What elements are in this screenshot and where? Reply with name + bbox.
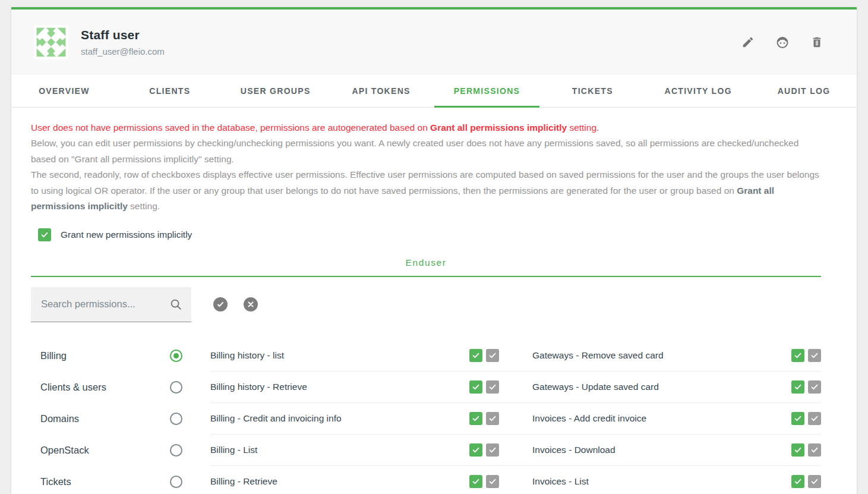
check-all-button[interactable] <box>213 297 228 311</box>
enduser-section-divider <box>31 276 821 277</box>
permissions-toolbar <box>31 287 821 322</box>
radio-icon[interactable] <box>170 413 182 425</box>
category-openstack[interactable]: OpenStack <box>31 435 192 466</box>
effective-permission-checkbox <box>808 475 821 488</box>
permission-cell: Billing history - Retrieve <box>210 380 499 394</box>
category-billing[interactable]: Billing <box>31 340 192 372</box>
face-icon <box>775 35 790 49</box>
permission-cell: Gateways - Remove saved card <box>532 349 821 362</box>
user-header: Staff user staff_user@fleio.com <box>11 10 857 74</box>
check-icon <box>794 351 802 360</box>
permissions-panel: User does not have permissions saved in … <box>11 120 857 494</box>
saved-permission-checkbox[interactable] <box>469 475 482 488</box>
delete-user-button[interactable] <box>809 34 825 50</box>
check-icon <box>810 446 819 454</box>
check-icon <box>810 351 819 360</box>
effective-permission-checkbox <box>808 380 821 394</box>
page-title: Staff user <box>81 28 165 42</box>
search-permissions-box <box>31 287 191 322</box>
permission-cell: Invoices - Download <box>532 443 821 457</box>
check-icon <box>488 414 497 423</box>
effective-permission-checkbox <box>486 443 499 457</box>
saved-permission-checkbox[interactable] <box>469 349 482 362</box>
tab-overview[interactable]: OVERVIEW <box>11 74 117 108</box>
radio-icon[interactable] <box>170 381 182 394</box>
effective-permission-checkbox <box>486 475 499 488</box>
uncheck-all-button[interactable] <box>244 297 258 311</box>
saved-permission-checkbox[interactable] <box>791 475 804 488</box>
category-domains[interactable]: Domains <box>31 403 192 435</box>
permission-label: Invoices - List <box>532 476 791 487</box>
effective-permission-checkbox <box>486 349 499 362</box>
permissions-warning: User does not have permissions saved in … <box>31 120 821 136</box>
saved-permission-checkbox[interactable] <box>469 380 482 394</box>
permission-cell: Billing - Retrieve <box>210 475 499 488</box>
permission-rows: Billing history - list Gateways - Remove… <box>210 340 821 494</box>
permission-row: Billing - List Invoices - Download <box>210 435 821 466</box>
check-icon <box>794 446 802 454</box>
permission-label: Billing history - Retrieve <box>210 382 469 392</box>
radio-icon[interactable] <box>170 476 182 488</box>
saved-permission-checkbox[interactable] <box>791 349 804 362</box>
check-icon <box>488 383 497 391</box>
effective-permission-checkbox <box>486 412 499 425</box>
grant-implicitly-checkbox[interactable] <box>38 228 51 241</box>
category-list: Billing Clients & users Domains OpenStac… <box>31 340 192 494</box>
check-icon <box>472 351 480 360</box>
impersonate-user-button[interactable] <box>774 34 791 51</box>
category-label: Billing <box>40 350 170 361</box>
category-label: Clients & users <box>40 382 170 393</box>
permission-cell: Invoices - Add credit invoice <box>532 412 821 425</box>
category-label: Tickets <box>40 476 170 487</box>
search-permissions-input[interactable] <box>41 298 169 310</box>
permission-cell: Billing history - list <box>210 349 499 362</box>
check-icon <box>794 383 802 391</box>
permissions-description-1: Below, you can edit user permissions by … <box>31 136 821 167</box>
close-circle-icon <box>247 301 254 308</box>
edit-user-button[interactable] <box>740 34 756 50</box>
radio-icon[interactable] <box>170 444 182 457</box>
saved-permission-checkbox[interactable] <box>791 443 804 457</box>
user-email: staff_user@fleio.com <box>81 46 165 56</box>
check-icon <box>488 446 497 454</box>
tab-api-tokens[interactable]: API TOKENS <box>329 74 434 108</box>
effective-permission-checkbox <box>808 443 821 457</box>
user-identity: Staff user staff_user@fleio.com <box>81 28 165 56</box>
check-icon <box>810 414 819 423</box>
tab-activity-log[interactable]: ACTIVITY LOG <box>645 74 751 108</box>
check-icon <box>810 477 819 486</box>
effective-permission-checkbox <box>808 412 821 425</box>
check-icon <box>472 477 480 486</box>
permission-label: Billing - List <box>210 445 469 455</box>
enduser-section-title: Enduser <box>31 257 821 268</box>
search-icon <box>169 298 182 311</box>
tab-clients[interactable]: CLIENTS <box>117 74 223 108</box>
saved-permission-checkbox[interactable] <box>791 412 804 425</box>
tab-tickets[interactable]: TICKETS <box>539 74 645 108</box>
category-clients-users[interactable]: Clients & users <box>31 372 192 403</box>
permission-label: Gateways - Remove saved card <box>532 350 791 361</box>
tab-permissions[interactable]: PERMISSIONS <box>434 74 540 108</box>
check-icon <box>472 446 480 454</box>
user-tabs: OVERVIEW CLIENTS USER GROUPS API TOKENS … <box>11 74 857 108</box>
radio-selected-icon[interactable] <box>170 350 182 362</box>
category-label: Domains <box>40 413 170 424</box>
saved-permission-checkbox[interactable] <box>469 443 482 457</box>
permission-cell: Gateways - Update saved card <box>532 380 821 394</box>
permission-cell: Billing - Credit and invoicing info <box>210 412 499 425</box>
permission-row: Billing - Credit and invoicing info Invo… <box>210 403 821 435</box>
permission-cell: Billing - List <box>210 443 499 457</box>
permissions-description-2: The second, readonly, row of checkboxes … <box>31 167 821 215</box>
saved-permission-checkbox[interactable] <box>469 412 482 425</box>
category-tickets[interactable]: Tickets <box>31 466 192 494</box>
tab-user-groups[interactable]: USER GROUPS <box>223 74 329 108</box>
check-icon <box>794 414 802 423</box>
permission-row: Billing - Retrieve Invoices - List <box>210 466 821 494</box>
category-label: OpenStack <box>40 445 170 456</box>
grant-implicitly-label: Grant new permissions implicitly <box>61 229 192 240</box>
effective-permission-checkbox <box>808 349 821 362</box>
grant-implicitly-row: Grant new permissions implicitly <box>38 228 821 241</box>
permission-label: Invoices - Download <box>532 445 791 455</box>
saved-permission-checkbox[interactable] <box>791 380 804 394</box>
tab-audit-log[interactable]: AUDIT LOG <box>751 74 857 108</box>
